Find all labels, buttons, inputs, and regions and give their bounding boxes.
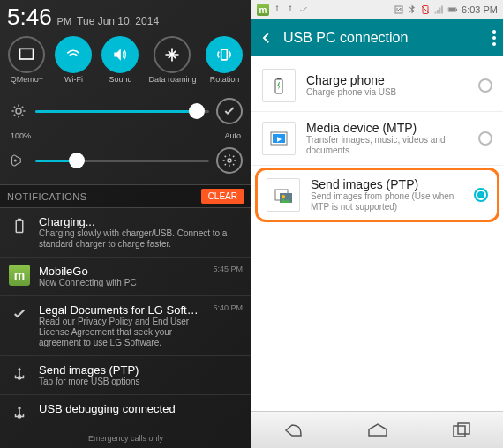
action-bar: USB PC connection	[252, 19, 503, 56]
volume-slider[interactable]	[35, 160, 209, 162]
toggle-data-roaming[interactable]: Data roaming	[148, 36, 196, 84]
notification-text: Charging slowly with charger/USB. Connec…	[39, 228, 243, 250]
toggle-label: QMemo+	[11, 75, 43, 84]
svg-point-2	[16, 108, 21, 114]
carrier-footer: Emergency calls only	[0, 430, 252, 446]
svg-point-14	[492, 36, 496, 40]
battery-icon	[9, 215, 30, 236]
clear-button[interactable]: CLEAR	[201, 189, 244, 204]
toggle-rotation[interactable]: Rotation	[206, 36, 243, 84]
clock: 5:46	[7, 4, 52, 31]
notification-shade: 5:46 PM Tue Jun 10, 2014 QMemo+ Wi-Fi So…	[0, 0, 252, 448]
status-icons-left: m	[257, 4, 309, 16]
toggle-label: Data roaming	[148, 75, 196, 84]
svg-point-22	[282, 195, 285, 198]
notification-title: Legal Documents for LG Software	[39, 303, 204, 317]
svg-point-15	[492, 42, 496, 46]
usb-settings-screen: m 6:03 PM USB PC connection Charge phone…	[252, 0, 503, 448]
svg-rect-6	[19, 220, 21, 221]
usb-option-ptp[interactable]: Send images (PTP) Send images from phone…	[255, 168, 499, 222]
notifications-header: NOTIFICATIONS CLEAR	[0, 184, 252, 208]
toggle-qmemo[interactable]: QMemo+	[8, 36, 45, 84]
status-date: Tue Jun 10, 2014	[77, 15, 159, 27]
brightness-icon	[9, 101, 28, 121]
toggle-sound[interactable]: Sound	[101, 36, 139, 84]
option-desc: Transfer images, music, videos and docum…	[306, 135, 468, 156]
quick-toggles-row: QMemo+ Wi-Fi Sound Data roaming Rotation	[0, 31, 252, 86]
usb-option-mtp[interactable]: Media device (MTP) Transfer images, musi…	[252, 112, 503, 166]
radio-button[interactable]	[474, 188, 488, 202]
notification-title: USB debugging connected	[39, 402, 243, 415]
mobilego-app-icon: m	[9, 265, 30, 286]
battery-icon	[447, 4, 459, 15]
status-time: 6:03 PM	[462, 4, 498, 15]
notification-item[interactable]: Charging... Charging slowly with charger…	[0, 208, 252, 258]
toggle-label: Wi-Fi	[64, 75, 83, 84]
option-title: Charge phone	[306, 73, 468, 87]
usb-option-charge[interactable]: Charge phone Charge phone via USB	[252, 60, 503, 112]
notification-time: 5:45 PM	[213, 265, 243, 273]
svg-point-3	[14, 160, 17, 162]
toggle-label: Rotation	[210, 75, 240, 84]
svg-rect-11	[456, 9, 457, 11]
brightness-percent: 100%	[11, 131, 31, 140]
notification-item[interactable]: Send images (PTP) Tap for more USB optio…	[0, 356, 252, 395]
recents-nav-button[interactable]	[447, 418, 476, 443]
svg-rect-0	[20, 49, 34, 59]
option-desc: Send images from phone (Use when MTP is …	[311, 191, 463, 213]
overflow-menu-icon[interactable]	[492, 30, 496, 46]
svg-rect-23	[454, 426, 465, 437]
back-icon[interactable]	[259, 30, 274, 46]
option-title: Send images (PTP)	[311, 177, 463, 191]
page-title: USB PC connection	[283, 30, 484, 46]
back-nav-button[interactable]	[280, 418, 308, 443]
rotation-icon	[206, 36, 243, 73]
notification-text: Tap for more USB options	[39, 377, 243, 387]
usb-icon	[9, 402, 30, 423]
notification-item[interactable]: Legal Documents for LG Software Read our…	[0, 296, 252, 356]
svg-point-4	[228, 159, 231, 162]
toggle-label: Sound	[109, 75, 131, 84]
notification-title: Charging...	[39, 215, 243, 228]
notification-title: MobileGo	[39, 265, 204, 278]
svg-rect-24	[458, 423, 469, 434]
notification-item[interactable]: m MobileGo Now Connecting with PC 5:45 P…	[0, 258, 252, 296]
auto-label: Auto	[224, 131, 241, 140]
home-nav-button[interactable]	[364, 418, 392, 443]
no-sim-icon	[420, 4, 431, 15]
notification-title: Send images (PTP)	[39, 363, 243, 377]
volume-icon	[9, 151, 28, 170]
svg-rect-17	[277, 78, 281, 79]
option-title: Media device (MTP)	[306, 121, 468, 135]
usb-status-icon	[272, 4, 282, 15]
toggle-wifi[interactable]: Wi-Fi	[55, 36, 92, 84]
status-bar-right: m 6:03 PM	[252, 0, 503, 19]
usb-options-list: Charge phone Charge phone via USB Media …	[252, 56, 503, 411]
svg-rect-5	[16, 220, 23, 233]
bluetooth-icon	[407, 4, 417, 15]
notification-item[interactable]: USB debugging connected	[0, 395, 252, 430]
usb-status-icon	[285, 4, 296, 15]
notification-text: Read our Privacy Policy and End User Lic…	[39, 317, 204, 348]
radio-button[interactable]	[478, 78, 492, 93]
wifi-icon	[55, 36, 92, 73]
volume-slider-row	[9, 147, 243, 174]
check-icon	[9, 303, 30, 325]
notifications-label: NOTIFICATIONS	[7, 191, 87, 202]
ptp-option-icon	[267, 178, 300, 212]
status-bar-left: 5:46 PM Tue Jun 10, 2014	[0, 0, 252, 31]
radio-button[interactable]	[478, 131, 492, 146]
charge-option-icon	[262, 69, 296, 102]
status-icons-right: 6:03 PM	[394, 4, 498, 15]
qmemo-icon	[8, 36, 45, 73]
notification-text: Now Connecting with PC	[39, 278, 204, 288]
brightness-slider-row	[9, 98, 243, 124]
brightness-slider[interactable]	[35, 110, 209, 113]
settings-button[interactable]	[216, 147, 243, 174]
sound-icon	[101, 36, 139, 73]
check-status-icon	[298, 4, 309, 15]
notification-time: 5:40 PM	[213, 303, 243, 312]
mtp-option-icon	[262, 122, 296, 155]
svg-rect-12	[449, 8, 456, 11]
auto-brightness-button[interactable]	[216, 98, 243, 124]
